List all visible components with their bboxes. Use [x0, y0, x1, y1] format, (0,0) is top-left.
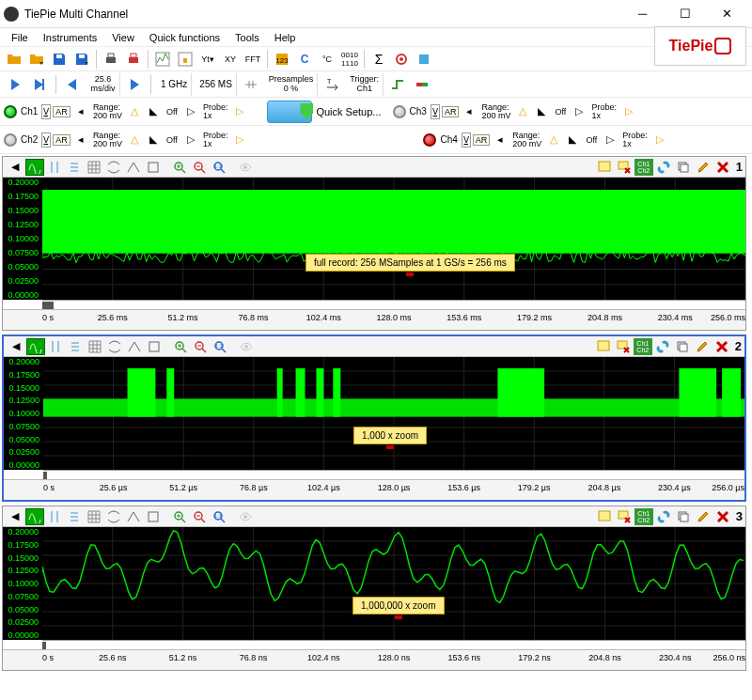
menu-help[interactable]: Help	[267, 30, 304, 45]
zoom-out-icon[interactable]	[190, 508, 209, 525]
meter-button[interactable]: 123	[272, 49, 292, 70]
slope-icon[interactable]: ◣	[564, 132, 581, 148]
sample-rate-display[interactable]: 1 GHz	[157, 73, 192, 96]
channel-ch1-coupling[interactable]: V̲	[41, 104, 51, 119]
channel-ch2-off[interactable]: Off	[164, 132, 180, 148]
ch-compare-icon[interactable]: Ch1Ch2	[634, 159, 653, 176]
clamp-button[interactable]: C	[294, 49, 315, 70]
triangle-up-icon[interactable]: △	[545, 132, 562, 148]
interpolate-icon[interactable]	[125, 338, 144, 355]
trigger-display[interactable]: Trigger: Ch1	[346, 73, 384, 96]
graph-oscillo-icon[interactable]	[26, 338, 45, 355]
amp-out-icon[interactable]: ▷	[231, 132, 248, 148]
eye-icon[interactable]	[236, 508, 255, 525]
graph-oscillo-icon[interactable]	[25, 508, 44, 525]
grid-icon[interactable]	[85, 159, 103, 176]
amp-icon[interactable]: ▷	[571, 103, 588, 120]
menu-file[interactable]: File	[4, 30, 36, 45]
graph-1-scrollbar[interactable]	[42, 300, 745, 309]
amp-out-icon[interactable]: ▷	[231, 103, 248, 120]
pencil-icon[interactable]	[693, 338, 712, 355]
close-graph-icon[interactable]	[713, 508, 732, 525]
cursor-single-icon[interactable]	[65, 159, 84, 176]
copy-icon[interactable]	[674, 508, 693, 525]
channel-ch3-coupling[interactable]: V̲	[431, 104, 440, 119]
graph-1-plot[interactable]: full record: 256 MSamples at 1 GS/s = 25…	[42, 178, 745, 300]
graph-collapse-icon[interactable]: ◀	[6, 508, 24, 525]
amp-out-icon[interactable]: ▷	[651, 132, 668, 148]
zoom-in-icon[interactable]	[170, 508, 189, 525]
channel-ch2-probe[interactable]: Probe:1x	[201, 132, 230, 148]
record-settings-button[interactable]	[241, 74, 261, 95]
maximize-button[interactable]: ☐	[664, 1, 706, 27]
amp-out-icon[interactable]: ▷	[620, 103, 637, 120]
channel-ch1-range[interactable]: Range:200 mV	[91, 103, 124, 120]
pencil-icon[interactable]	[694, 159, 713, 176]
zoom-reset-icon[interactable]: 1:1	[211, 338, 229, 355]
link-icon[interactable]	[653, 338, 672, 355]
grid-icon[interactable]	[85, 508, 103, 525]
zoom-reset-icon[interactable]: 1:1	[210, 159, 228, 176]
amp-icon[interactable]: ▷	[182, 103, 199, 120]
channel-ch2-range[interactable]: Range:200 mV	[91, 132, 124, 148]
amp-icon[interactable]: ▷	[182, 132, 199, 148]
interpolate-icon[interactable]	[124, 508, 143, 525]
channel-ch3-led[interactable]	[393, 105, 406, 118]
graph-3-plot[interactable]: 1,000,000 x zoom	[42, 527, 745, 640]
temp-button[interactable]: °C	[317, 49, 337, 70]
menu-tools[interactable]: Tools	[227, 30, 267, 45]
graph-2-scrollbar[interactable]	[43, 470, 744, 479]
eye-icon[interactable]	[236, 159, 255, 176]
sigma-button[interactable]: Σ	[368, 49, 389, 70]
channel-ch4-led[interactable]	[423, 133, 436, 147]
zoom-in-icon[interactable]	[170, 159, 189, 176]
slope-icon[interactable]: ◣	[145, 132, 162, 148]
triangle-up-icon[interactable]: △	[126, 132, 143, 148]
graph-xy-button[interactable]: XY	[220, 49, 241, 70]
timebase-prev-button[interactable]	[62, 74, 83, 95]
trigger-mode-button[interactable]: T	[321, 74, 342, 95]
amp-icon[interactable]: ▷	[602, 132, 619, 148]
envelope-icon[interactable]	[104, 508, 123, 525]
slope-icon[interactable]: ◣	[145, 103, 162, 120]
channel-ch4-probe[interactable]: Probe:1x	[620, 132, 650, 148]
link-icon[interactable]	[654, 508, 673, 525]
timebase-display[interactable]: 25.6 ms/div	[86, 73, 120, 96]
timebase-next-button[interactable]	[124, 74, 145, 95]
zoom-in-icon[interactable]	[171, 338, 190, 355]
channel-ch1-autorange[interactable]: AR	[53, 106, 70, 117]
channel-ch3-off[interactable]: Off	[552, 103, 569, 120]
trigger-level-button[interactable]	[412, 74, 432, 95]
graph-2-plot[interactable]: 1,000 x zoom	[43, 357, 744, 470]
graph-collapse-icon[interactable]: ◀	[7, 338, 25, 355]
record-length-display[interactable]: 256 MS	[196, 73, 236, 96]
zoom-out-icon[interactable]	[190, 159, 209, 176]
envelope-icon[interactable]	[104, 159, 123, 176]
graph-locked-button[interactable]	[175, 49, 196, 70]
delete-note-icon[interactable]	[614, 338, 633, 355]
menu-view[interactable]: View	[104, 30, 142, 45]
graph-1-annotation[interactable]: full record: 256 MSamples at 1 GS/s = 25…	[306, 254, 515, 272]
triangle-up-icon[interactable]: △	[126, 103, 143, 120]
note-icon[interactable]	[594, 338, 613, 355]
scale-icon[interactable]	[145, 338, 164, 355]
scale-icon[interactable]	[144, 159, 163, 176]
graph-yt-button[interactable]	[152, 49, 173, 70]
triangle-up-icon[interactable]: △	[514, 103, 531, 120]
cursor-pair-icon[interactable]	[45, 159, 64, 176]
channel-ch1-off[interactable]: Off	[164, 103, 180, 120]
presamples-display[interactable]: Presamples 0 %	[265, 73, 319, 96]
envelope-icon[interactable]	[105, 338, 124, 355]
close-button[interactable]: ✕	[706, 1, 748, 27]
graph-fft-button[interactable]: FFT	[243, 49, 263, 70]
gear-button[interactable]	[391, 49, 412, 70]
ch-compare-icon[interactable]: Ch1Ch2	[634, 508, 653, 525]
trigger-edge-button[interactable]	[387, 74, 408, 95]
save-button[interactable]	[49, 49, 70, 70]
zoom-reset-icon[interactable]: 1:1	[210, 508, 228, 525]
slope-icon[interactable]: ◣	[533, 103, 550, 120]
ch-compare-icon[interactable]: Ch1Ch2	[634, 338, 652, 355]
quick-setup-button[interactable]: Quick Setup...	[259, 100, 388, 123]
graph-collapse-icon[interactable]: ◀	[6, 159, 24, 176]
graph-3-scrollbar[interactable]	[42, 640, 745, 649]
